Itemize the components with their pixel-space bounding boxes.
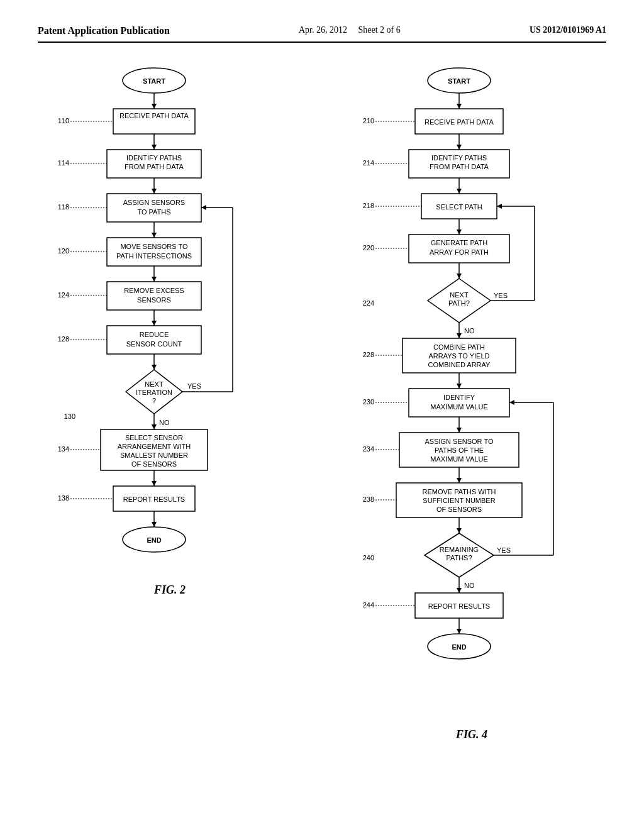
svg-marker-139: [457, 478, 462, 483]
svg-text:PATH?: PATH?: [448, 299, 470, 307]
svg-marker-91: [457, 189, 462, 194]
svg-text:START: START: [448, 77, 470, 85]
fig4-chart: START RECEIVE PATH DATA 210 IDENTIFY PAT…: [327, 62, 616, 741]
svg-marker-9: [152, 145, 157, 150]
svg-marker-23: [152, 233, 157, 238]
svg-text:NEXT: NEXT: [450, 291, 469, 299]
svg-marker-158: [457, 588, 462, 593]
svg-marker-54: [201, 205, 206, 210]
svg-text:COMBINE PATH: COMBINE PATH: [433, 343, 485, 351]
svg-marker-3: [152, 104, 157, 109]
svg-marker-156: [509, 400, 514, 405]
svg-marker-115: [457, 333, 462, 338]
svg-text:228: 228: [363, 351, 374, 358]
svg-marker-56: [152, 424, 157, 429]
svg-text:YES: YES: [187, 382, 201, 390]
svg-text:SUFFICIENT NUMBER: SUFFICIENT NUMBER: [423, 497, 495, 504]
svg-text:240: 240: [363, 554, 374, 562]
svg-text:START: START: [143, 77, 165, 85]
fig4-svg: START RECEIVE PATH DATA 210 IDENTIFY PAT…: [327, 62, 604, 722]
svg-text:234: 234: [363, 445, 374, 453]
svg-text:RECEIVE PATH DATA: RECEIVE PATH DATA: [425, 118, 494, 126]
svg-marker-113: [497, 204, 502, 209]
svg-text:NO: NO: [159, 419, 170, 426]
svg-text:SELECT PATH: SELECT PATH: [436, 203, 482, 211]
svg-text:COMBINED ARRAY: COMBINED ARRAY: [428, 361, 491, 368]
svg-text:PATH INTERSECTIONS: PATH INTERSECTIONS: [116, 252, 192, 260]
svg-text:PATHS OF THE: PATHS OF THE: [435, 446, 484, 454]
svg-text:128: 128: [58, 335, 69, 343]
svg-text:YES: YES: [497, 546, 511, 554]
svg-text:TO PATHS: TO PATHS: [137, 208, 170, 216]
svg-text:NEXT: NEXT: [145, 380, 164, 388]
svg-text:REMAINING: REMAINING: [440, 546, 479, 553]
svg-text:END: END: [452, 643, 466, 651]
header-sheet: Sheet 2 of 6: [358, 25, 400, 35]
svg-text:118: 118: [58, 203, 69, 211]
svg-text:END: END: [147, 536, 161, 544]
svg-marker-104: [457, 274, 462, 279]
svg-text:REPORT RESULTS: REPORT RESULTS: [123, 495, 185, 503]
svg-text:220: 220: [363, 244, 374, 252]
fig2-chart: START RECEIVE PATH DATA 110 IDENTIFY PAT…: [38, 62, 302, 597]
svg-text:?: ?: [152, 397, 156, 404]
svg-text:ARRAYS TO YIELD: ARRAYS TO YIELD: [428, 352, 489, 360]
svg-text:230: 230: [363, 398, 374, 406]
svg-text:NO: NO: [464, 327, 475, 335]
fig2-label: FIG. 2: [38, 584, 302, 597]
svg-text:114: 114: [58, 159, 69, 167]
svg-text:MAXIMUM VALUE: MAXIMUM VALUE: [430, 403, 487, 411]
svg-text:214: 214: [363, 159, 374, 167]
svg-text:134: 134: [58, 445, 69, 453]
svg-text:124: 124: [58, 291, 69, 299]
svg-marker-37: [152, 321, 157, 326]
svg-marker-97: [457, 230, 462, 235]
fig2-svg: START RECEIVE PATH DATA 110 IDENTIFY PAT…: [38, 62, 270, 577]
svg-text:IDENTIFY: IDENTIFY: [443, 394, 475, 401]
header-right: US 2012/0101969 A1: [530, 25, 606, 35]
svg-text:REMOVE EXCESS: REMOVE EXCESS: [124, 287, 184, 294]
svg-text:REDUCE: REDUCE: [140, 331, 169, 338]
svg-text:SENSORS: SENSORS: [137, 296, 171, 304]
svg-marker-66: [152, 481, 157, 486]
svg-text:130: 130: [64, 412, 75, 420]
svg-text:244: 244: [363, 601, 374, 609]
svg-marker-124: [457, 384, 462, 389]
svg-text:218: 218: [363, 202, 374, 209]
svg-text:YES: YES: [494, 292, 508, 299]
svg-text:OF SENSORS: OF SENSORS: [131, 460, 177, 468]
svg-text:120: 120: [58, 247, 69, 255]
svg-text:SENSOR COUNT: SENSOR COUNT: [126, 340, 182, 348]
svg-text:IDENTIFY PATHS: IDENTIFY PATHS: [126, 154, 182, 162]
svg-marker-72: [152, 522, 157, 527]
svg-text:SMALLEST NUMBER: SMALLEST NUMBER: [120, 451, 188, 459]
page: Patent Application Publication Apr. 26, …: [0, 0, 644, 830]
svg-text:224: 224: [363, 299, 374, 307]
svg-text:ARRAY FOR PATH: ARRAY FOR PATH: [430, 248, 489, 256]
svg-text:FROM PATH DATA: FROM PATH DATA: [430, 163, 489, 170]
header: Patent Application Publication Apr. 26, …: [38, 25, 606, 43]
svg-marker-16: [152, 189, 157, 194]
svg-text:REPORT RESULTS: REPORT RESULTS: [428, 602, 490, 610]
svg-text:IDENTIFY PATHS: IDENTIFY PATHS: [431, 154, 487, 162]
svg-text:ARRANGEMENT WITH: ARRANGEMENT WITH: [118, 443, 191, 450]
header-date: Apr. 26, 2012: [299, 25, 347, 35]
svg-marker-84: [457, 145, 462, 150]
svg-text:MOVE SENSORS TO: MOVE SENSORS TO: [120, 243, 188, 250]
header-center: Apr. 26, 2012 Sheet 2 of 6: [299, 25, 401, 35]
svg-marker-131: [457, 428, 462, 433]
svg-marker-165: [457, 629, 462, 634]
svg-text:RECEIVE PATH DATA: RECEIVE PATH DATA: [119, 112, 189, 119]
svg-text:138: 138: [58, 494, 69, 502]
svg-marker-147: [457, 528, 462, 533]
svg-text:238: 238: [363, 495, 374, 503]
svg-text:ASSIGN SENSOR TO: ASSIGN SENSOR TO: [425, 438, 493, 445]
svg-text:MAXIMUM VALUE: MAXIMUM VALUE: [430, 455, 487, 463]
svg-text:FROM PATH DATA: FROM PATH DATA: [125, 163, 184, 170]
svg-marker-44: [152, 365, 157, 370]
header-left: Patent Application Publication: [38, 25, 170, 36]
fig4-label: FIG. 4: [327, 728, 616, 741]
svg-text:SELECT SENSOR: SELECT SENSOR: [125, 434, 183, 441]
svg-text:ASSIGN SENSORS: ASSIGN SENSORS: [123, 199, 185, 206]
svg-marker-78: [457, 104, 462, 109]
